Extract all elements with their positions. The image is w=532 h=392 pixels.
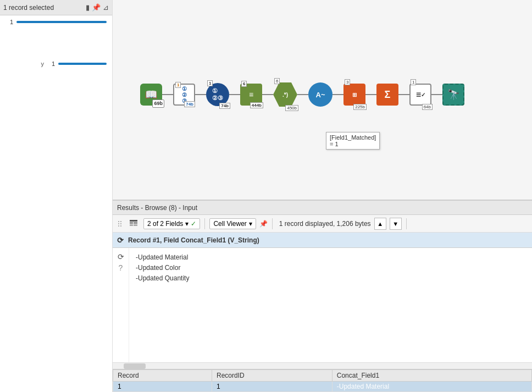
cell-line-1: -Updated Material — [136, 252, 525, 263]
node-select-wrapper: 1 ☰✓ 64b — [409, 84, 431, 106]
connector-5 — [297, 94, 308, 95]
node-union[interactable]: 3 ⊞ 225b — [343, 84, 365, 106]
fields-dropdown-arrow: ▾ — [185, 220, 189, 228]
node-numbered[interactable]: 1 ①②③ 74b — [173, 84, 195, 106]
canvas-tooltip: [Field1_Matched] = 1 — [326, 132, 380, 150]
grip-handle[interactable] — [116, 219, 124, 228]
cell-line-2: -Updated Color — [136, 263, 525, 273]
sidebar-item-1: 1 — [0, 18, 112, 26]
sidebar: 1 record selected ▮ 📌 ⊿ 1 y 1 — [0, 0, 113, 392]
node-union-wrapper: 3 ⊞ 225b — [343, 84, 365, 106]
pin-icon[interactable]: 📌 — [92, 3, 101, 12]
node-sum-icon: Σ — [376, 84, 398, 106]
scrollbar-thumb[interactable] — [124, 363, 146, 369]
node-browse-icon: 🔭 — [442, 84, 464, 106]
node-book-icon: 📖 69b — [140, 84, 162, 106]
results-table-area: Record RecordID Concat_Field1 1 1 -Updat… — [113, 369, 532, 392]
node-formula[interactable]: A~ — [308, 82, 332, 107]
node-select[interactable]: 1 ☰✓ 64b — [409, 84, 431, 106]
node-sum[interactable]: Σ — [376, 84, 398, 106]
tooltip-line2: = 1 — [330, 141, 376, 147]
cell-recordid: 1 — [212, 382, 332, 392]
sidebar-header-icons: ▮ 📌 ⊿ — [86, 3, 109, 12]
tooltip-line1: [Field1_Matched] — [330, 134, 376, 141]
record-header-row: ⟳ Record #1, Field Concat_Field1 (V_Stri… — [113, 233, 532, 248]
nav-down-button[interactable]: ▼ — [390, 218, 402, 230]
canvas-area: 📖 69b 1 ①②③ 74b 1 ①②③ 74b — [113, 0, 532, 200]
horizontal-scrollbar[interactable] — [113, 362, 532, 369]
results-panel: Results - Browse (8) - Input — [113, 200, 532, 392]
svg-rect-0 — [130, 220, 137, 222]
fields-check-icon: ✓ — [191, 220, 196, 228]
sidebar-title: 1 record selected — [3, 4, 82, 12]
cell-content-area: ⟳ ? -Updated Material -Updated Color -Up… — [113, 248, 532, 362]
connector-3 — [229, 94, 240, 95]
sidebar-header: 1 record selected ▮ 📌 ⊿ — [0, 0, 112, 15]
col-concat: Concat_Field1 — [332, 370, 531, 382]
recycle-icon: ⟳ — [118, 252, 124, 261]
svg-rect-3 — [130, 224, 133, 226]
nav-up-button[interactable]: ▲ — [374, 218, 386, 230]
table-body: 1 1 -Updated Material — [113, 382, 532, 392]
toolbar-separator-3 — [406, 218, 407, 229]
pin-toolbar-icon[interactable]: 📌 — [259, 220, 268, 228]
cell-concat: -Updated Material — [332, 382, 531, 392]
main-area: 📖 69b 1 ①②③ 74b 1 ①②③ 74b — [113, 0, 532, 392]
node-book[interactable]: 📖 69b — [140, 84, 162, 106]
svg-rect-2 — [134, 222, 137, 224]
connector-2 — [195, 94, 206, 95]
connector-6 — [332, 94, 343, 95]
filter-icon[interactable]: ⊿ — [103, 3, 109, 12]
svg-rect-4 — [134, 224, 137, 226]
col-recordid: RecordID — [212, 370, 332, 382]
left-icon-bar: ⟳ ? — [113, 248, 129, 362]
cell-line-3: -Updated Quantity — [136, 273, 525, 284]
fields-label: 2 of 2 Fields — [147, 220, 183, 228]
node-select-icon: ☰✓ — [409, 84, 431, 106]
cell-viewer-label: Cell Viewer — [213, 220, 246, 228]
toolbar-separator-2 — [272, 218, 273, 229]
node-list[interactable]: 6 ≡ 444b — [240, 84, 262, 106]
question-icon: ? — [119, 263, 123, 272]
results-titlebar: Results - Browse (8) - Input — [113, 201, 532, 215]
connector-9 — [431, 94, 442, 95]
table-header-row: Record RecordID Concat_Field1 — [113, 370, 532, 382]
node-darkblue[interactable]: 1 ①②③ 74b — [206, 83, 229, 106]
sidebar-bar-outer-1 — [16, 21, 107, 23]
sidebar-content: 1 y 1 — [0, 15, 112, 392]
node-darkblue-icon: 1 ①②③ 74b — [206, 83, 229, 106]
cycle-icon: ⟳ — [117, 236, 124, 245]
sidebar-bar-outer-2 — [58, 63, 107, 65]
node-browse[interactable]: 🔭 — [442, 84, 464, 106]
node-hex-olive-wrapper: 6 .*) 450b — [273, 82, 297, 107]
results-table: Record RecordID Concat_Field1 1 1 -Updat… — [113, 369, 532, 392]
sidebar-count-2: 1 — [47, 60, 55, 67]
table-icon — [129, 219, 138, 228]
fields-dropdown[interactable]: 2 of 2 Fields ▾ ✓ — [143, 218, 200, 229]
record-header-text: Record #1, Field Concat_Field1 (V_String… — [128, 236, 259, 244]
node-hex-olive-icon: .*) — [273, 82, 297, 107]
node-formula-icon: A~ — [308, 82, 332, 107]
cell-record: 1 — [113, 382, 212, 392]
connector-7 — [365, 94, 376, 95]
bar-chart-icon[interactable]: ▮ — [86, 3, 90, 12]
record-info-text: 1 record displayed, 1,206 bytes — [279, 220, 371, 228]
table-row[interactable]: 1 1 -Updated Material — [113, 382, 532, 392]
sidebar-spacer-1 — [0, 26, 112, 59]
cell-viewer-dropdown[interactable]: Cell Viewer ▾ — [209, 218, 256, 229]
connector-4 — [262, 94, 273, 95]
sidebar-bar-inner-2 — [58, 63, 107, 65]
node-hex-olive[interactable]: 6 .*) 450b — [273, 82, 297, 107]
sidebar-bar-inner-1 — [16, 21, 107, 23]
results-title: Results - Browse (8) - Input — [117, 204, 197, 212]
cell-viewer-arrow: ▾ — [249, 220, 252, 228]
sidebar-count-1: 1 — [5, 19, 13, 25]
node-list-icon: 6 ≡ 444b — [240, 84, 262, 106]
sidebar-label-2: y — [5, 60, 44, 67]
table-view-button[interactable] — [127, 217, 140, 230]
cell-content-text: -Updated Material -Updated Color -Update… — [129, 248, 532, 362]
svg-rect-1 — [130, 222, 133, 224]
node-numbered-icon: 1 ①②③ 74b — [173, 84, 195, 106]
workflow: 📖 69b 1 ①②③ 74b 1 ①②③ 74b — [140, 82, 464, 107]
connector-8 — [398, 94, 409, 95]
